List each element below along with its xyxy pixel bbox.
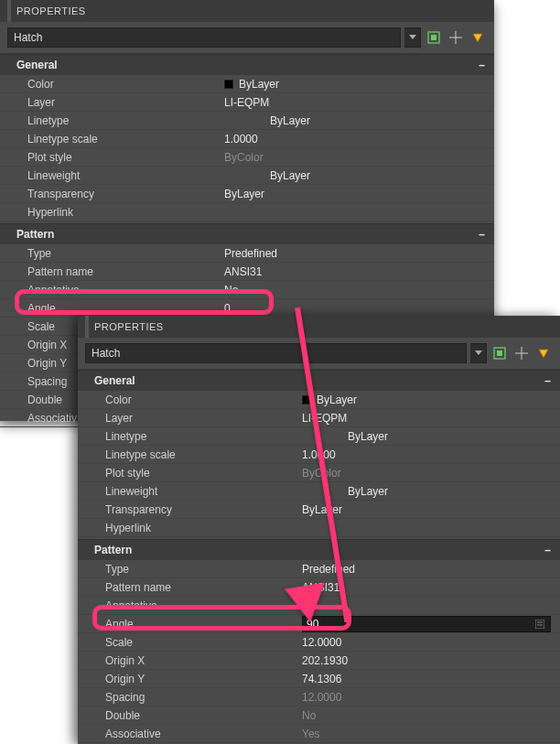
object-type-dropdown-arrow[interactable] (470, 343, 487, 363)
toggle-pim-icon (493, 347, 506, 360)
svg-marker-0 (409, 35, 416, 39)
row-scale[interactable]: Scale12.0000 (78, 633, 560, 652)
object-type-dropdown-arrow[interactable] (404, 27, 421, 48)
panel-title: PROPERTIES (16, 5, 86, 16)
row-lineweight[interactable]: LineweightByLayer (78, 482, 560, 501)
panel-title: PROPERTIES (94, 321, 164, 332)
toggle-pim-button[interactable] (490, 344, 509, 362)
row-linetype-scale[interactable]: Linetype scale 1.0000 (0, 130, 494, 148)
row-type[interactable]: TypePredefined (78, 560, 560, 578)
collapse-icon[interactable]: – (479, 228, 485, 241)
row-origin-x[interactable]: Origin X202.1930 (78, 652, 560, 670)
row-layer[interactable]: LayerLI-EQPM (78, 409, 560, 427)
panel-title-bar: PROPERTIES (78, 316, 560, 338)
section-pattern-label: Pattern (94, 544, 132, 556)
svg-rect-2 (431, 35, 436, 40)
svg-marker-11 (539, 350, 548, 358)
section-pattern-label: Pattern (16, 228, 54, 241)
toggle-pim-button[interactable] (425, 28, 443, 47)
quick-select-icon (537, 347, 550, 360)
section-pattern[interactable]: Pattern – (0, 223, 494, 244)
grip-stripe[interactable] (85, 316, 89, 338)
row-plot-style[interactable]: Plot styleByColor (78, 464, 560, 482)
row-origin-y[interactable]: Origin Y74.1306 (78, 670, 560, 688)
select-objects-button[interactable] (512, 344, 531, 362)
object-type-value: Hatch (14, 31, 42, 44)
general-rows: Color ByLayer Layer LI-EQPM Linetype ByL… (0, 75, 494, 223)
svg-marker-6 (475, 350, 482, 355)
collapse-icon[interactable]: – (544, 544, 551, 556)
select-objects-icon (515, 347, 528, 360)
svg-rect-12 (535, 620, 544, 629)
row-angle[interactable]: Angle0 (0, 299, 494, 318)
svg-marker-5 (473, 34, 482, 42)
collapse-icon[interactable]: – (544, 374, 551, 387)
properties-panel-after: PROPERTIES Hatch General – Color ByLayer… (78, 316, 560, 744)
row-transparency[interactable]: Transparency ByLayer (0, 185, 494, 203)
quick-select-button[interactable] (534, 344, 553, 362)
object-type-value: Hatch (92, 347, 120, 360)
panel-title-bar: PROPERTIES (0, 0, 494, 22)
row-lineweight[interactable]: Lineweight ByLayer (0, 167, 494, 185)
chevron-down-icon (475, 350, 482, 356)
row-double[interactable]: DoubleNo (78, 706, 560, 725)
object-type-select[interactable]: Hatch (7, 27, 401, 48)
select-objects-button[interactable] (447, 28, 465, 47)
chevron-down-icon (409, 35, 416, 40)
select-objects-icon (449, 31, 462, 44)
object-selector-row: Hatch (78, 338, 560, 370)
row-hyperlink[interactable]: Hyperlink (0, 203, 494, 221)
svg-rect-8 (497, 350, 502, 356)
row-linetype[interactable]: Linetype ByLayer (0, 112, 494, 130)
section-general[interactable]: General – (0, 54, 494, 75)
object-selector-row: Hatch (0, 22, 494, 54)
calculator-icon[interactable] (533, 618, 546, 631)
section-general[interactable]: General – (78, 370, 560, 391)
grip-stripe[interactable] (7, 0, 11, 22)
angle-input[interactable]: 90 (302, 616, 551, 632)
section-general-label: General (94, 374, 135, 387)
collapse-icon[interactable]: – (479, 59, 485, 71)
row-transparency[interactable]: TransparencyByLayer (78, 501, 560, 519)
row-pattern-name[interactable]: Pattern nameANSI31 (0, 263, 494, 281)
row-color[interactable]: Color ByLayer (0, 75, 494, 93)
row-hyperlink[interactable]: Hyperlink (78, 519, 560, 537)
row-plot-style[interactable]: Plot style ByColor (0, 148, 494, 167)
color-swatch (224, 80, 233, 89)
toggle-pim-icon (427, 31, 440, 44)
quick-select-button[interactable] (468, 28, 487, 47)
section-general-label: General (16, 59, 58, 71)
row-annotative[interactable]: AnnotativeNo (0, 281, 494, 299)
quick-select-icon (471, 31, 484, 44)
row-color[interactable]: Color ByLayer (78, 391, 560, 409)
row-spacing[interactable]: Spacing12.0000 (78, 688, 560, 706)
object-type-select[interactable]: Hatch (85, 343, 467, 363)
annotation-arrow-head (285, 583, 330, 625)
row-type[interactable]: TypePredefined (0, 244, 494, 263)
row-associative[interactable]: AssociativeYes (78, 725, 560, 743)
row-layer[interactable]: Layer LI-EQPM (0, 93, 494, 112)
section-pattern[interactable]: Pattern – (78, 539, 560, 560)
